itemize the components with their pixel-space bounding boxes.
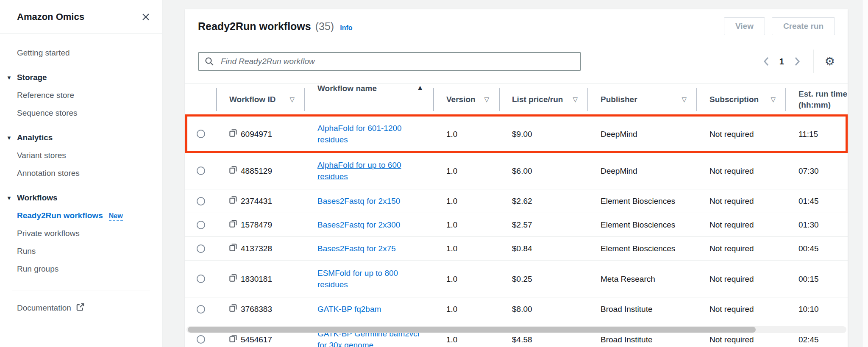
row-radio-button[interactable] — [197, 305, 205, 314]
column-header-label: Est. run time(hh:mm) — [798, 89, 847, 110]
table-row[interactable]: 4885129AlphaFold for up to 600 residues1… — [185, 152, 848, 189]
sidebar-section-analytics: ▼AnalyticsVariant storesAnnotation store… — [0, 129, 162, 182]
row-radio-button[interactable] — [197, 130, 205, 138]
workflow-id-wrap: 4885129 — [229, 166, 272, 176]
sidebar-item-getting-started[interactable]: Getting started — [0, 44, 162, 62]
sidebar-item-documentation[interactable]: Documentation — [0, 291, 162, 313]
est-run-time-cell: 00:45 — [786, 237, 848, 260]
list-price-cell: $8.00 — [499, 297, 588, 321]
header-actions: View Create run — [724, 17, 835, 35]
workflow-name-cell: AlphaFold for 601-1200 residues — [305, 116, 434, 152]
copy-icon[interactable] — [229, 304, 237, 314]
row-select-cell — [185, 153, 217, 189]
table-row[interactable]: 1578479Bases2Fastq for 2x3001.0$2.57Elem… — [185, 213, 848, 236]
column-header-label: Workflow name — [317, 84, 377, 93]
sidebar-section-workflows: ▼WorkflowsReady2Run workflowsNewPrivate … — [0, 189, 162, 278]
subscription-cell: Not required — [697, 153, 786, 189]
column-header-label: Version — [446, 95, 476, 104]
create-run-button[interactable]: Create run — [772, 17, 835, 35]
section-toggle-analytics[interactable]: ▼Analytics — [0, 129, 162, 147]
row-radio-button[interactable] — [197, 197, 205, 205]
workflow-name-link[interactable]: Bases2Fastq for 2x300 — [317, 219, 400, 230]
info-link[interactable]: Info — [340, 24, 352, 32]
sidebar-item-sequence-stores[interactable]: Sequence stores — [0, 104, 162, 122]
workflow-name-link[interactable]: GATK-BP fq2bam — [317, 303, 381, 315]
sort-ascending-icon[interactable]: ▲ — [417, 84, 423, 92]
sidebar-item-runs[interactable]: Runs — [0, 242, 162, 260]
settings-gear-icon[interactable]: ⚙ — [825, 56, 835, 67]
sort-icon[interactable]: ▽ — [289, 96, 295, 103]
next-page-button[interactable] — [793, 55, 802, 68]
column-header-list-price-run[interactable]: List price/run▽ — [499, 84, 588, 115]
column-header-line1: Est. run time — [798, 89, 847, 100]
column-header-label: Subscription — [709, 95, 759, 104]
window-scrollbar-track[interactable] — [862, 0, 868, 347]
sidebar-item-run-groups[interactable]: Run groups — [0, 260, 162, 278]
table-row[interactable]: 5454617GATK-BP Germline bam2vcf for 30x … — [185, 321, 848, 347]
table-row[interactable]: 4137328Bases2Fastq for 2x751.0$0.84Eleme… — [185, 236, 848, 260]
horizontal-scrollbar-track[interactable] — [186, 326, 846, 333]
row-radio-button[interactable] — [197, 275, 205, 283]
sidebar-item-ready2run-workflows[interactable]: Ready2Run workflowsNew — [0, 207, 162, 225]
column-separator — [216, 88, 217, 111]
copy-icon[interactable] — [229, 166, 237, 176]
column-header-workflow-id[interactable]: Workflow ID▽ — [217, 84, 305, 115]
sidebar-item-label: Annotation stores — [17, 169, 80, 178]
select-all-column-header — [185, 84, 217, 115]
sort-icon[interactable]: ▽ — [771, 96, 776, 103]
column-header-publisher[interactable]: Publisher▽ — [588, 84, 697, 115]
table-row[interactable]: 3768383GATK-BP fq2bam1.0$8.00Broad Insti… — [185, 297, 848, 321]
column-header-workflow-name[interactable]: Workflow name▲ — [305, 84, 434, 115]
row-select-cell — [185, 189, 217, 213]
copy-icon[interactable] — [229, 334, 237, 345]
copy-icon[interactable] — [229, 274, 237, 284]
table-row[interactable]: 2374431Bases2Fastq for 2x1501.0$2.62Elem… — [185, 189, 848, 213]
table-row[interactable]: 6094971AlphaFold for 601-1200 residues1.… — [185, 116, 848, 152]
sidebar-item-annotation-stores[interactable]: Annotation stores — [0, 164, 162, 182]
workflow-name-link[interactable]: AlphaFold for up to 600 residues — [317, 159, 423, 182]
section-toggle-storage[interactable]: ▼Storage — [0, 69, 162, 86]
workflow-name-link[interactable]: AlphaFold for 601-1200 residues — [317, 122, 423, 145]
search-input[interactable] — [198, 52, 581, 71]
list-price-cell: $0.84 — [499, 237, 588, 260]
sidebar-item-private-workflows[interactable]: Private workflows — [0, 225, 162, 242]
column-header-est-run-time[interactable]: Est. run time(hh:mm) — [786, 84, 848, 115]
publisher-cell: Meta Research — [588, 261, 697, 297]
workflows-table: Workflow ID▽Workflow name▲Version▽List p… — [185, 83, 848, 347]
subscription-cell: Not required — [697, 321, 786, 347]
current-page[interactable]: 1 — [779, 57, 784, 67]
view-button[interactable]: View — [724, 17, 765, 35]
workflow-name-link[interactable]: Bases2Fastq for 2x150 — [317, 195, 400, 207]
section-label: Storage — [17, 73, 47, 82]
workflow-name-cell: Bases2Fastq for 2x300 — [305, 213, 434, 236]
close-icon[interactable] — [142, 13, 150, 21]
sort-icon[interactable]: ▽ — [573, 96, 578, 103]
section-toggle-workflows[interactable]: ▼Workflows — [0, 189, 162, 207]
sort-icon[interactable]: ▽ — [682, 96, 687, 103]
external-link-icon — [76, 303, 84, 313]
column-header-version[interactable]: Version▽ — [434, 84, 499, 115]
horizontal-scrollbar-thumb[interactable] — [188, 327, 756, 333]
sidebar-item-variant-stores[interactable]: Variant stores — [0, 147, 162, 164]
workflow-name-link[interactable]: Bases2Fastq for 2x75 — [317, 243, 396, 254]
table-row[interactable]: 1830181ESMFold for up to 800 residues1.0… — [185, 260, 848, 297]
row-radio-button[interactable] — [197, 244, 205, 253]
workflow-id-value: 6094971 — [241, 129, 272, 139]
row-radio-button[interactable] — [197, 221, 205, 229]
previous-page-button[interactable] — [762, 55, 771, 68]
copy-icon[interactable] — [229, 196, 237, 206]
sidebar-item-reference-store[interactable]: Reference store — [0, 86, 162, 104]
copy-icon[interactable] — [229, 219, 237, 230]
sort-icon[interactable]: ▽ — [484, 96, 489, 103]
workflow-id-cell: 1578479 — [217, 213, 305, 236]
pagination: 1 ⚙ — [762, 50, 835, 73]
workflow-name-cell: GATK-BP Germline bam2vcf for 30x genome — [305, 321, 434, 347]
copy-icon[interactable] — [229, 129, 237, 139]
subscription-cell: Not required — [697, 297, 786, 321]
copy-icon[interactable] — [229, 243, 237, 254]
sidebar-item-label: Variant stores — [17, 151, 66, 160]
row-radio-button[interactable] — [197, 167, 205, 175]
row-radio-button[interactable] — [197, 335, 205, 344]
column-header-subscription[interactable]: Subscription▽ — [697, 84, 786, 115]
workflow-name-link[interactable]: ESMFold for up to 800 residues — [317, 267, 423, 290]
